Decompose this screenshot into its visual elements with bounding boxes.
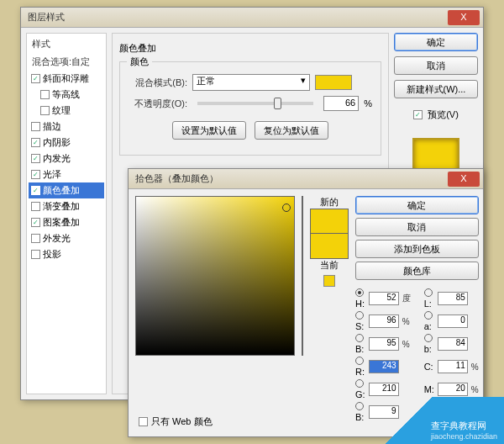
h-input[interactable]: 52 <box>369 292 399 305</box>
sidebar-item-label: 外发光 <box>43 232 71 245</box>
checkbox-icon[interactable] <box>40 106 50 115</box>
blend-mode-select[interactable]: 正常▾ <box>192 74 310 91</box>
checkbox-icon[interactable] <box>40 90 50 99</box>
sidebar-item-label: 光泽 <box>43 168 61 181</box>
new-color-swatch <box>310 209 349 234</box>
window-title: 拾色器（叠加颜色） <box>132 172 448 185</box>
opacity-label: 不透明度(O): <box>129 98 187 110</box>
color-libraries-button[interactable]: 颜色库 <box>355 262 479 280</box>
checkbox-icon[interactable] <box>139 417 148 426</box>
watermark-sub: jiaocheng.chazidian <box>431 432 497 441</box>
picker-buttons: 确定 取消 添加到色板 颜色库 <box>355 196 479 280</box>
warning-swatch[interactable] <box>323 275 335 287</box>
watermark: 查字典教程网 jiaocheng.chazidian <box>353 397 504 444</box>
sidebar-item-label: 图案叠加 <box>43 216 80 229</box>
picker-middle: 新的 当前 <box>310 196 349 430</box>
add-swatch-button[interactable]: 添加到色板 <box>355 240 479 258</box>
sidebar-item-drop-shadow[interactable]: 投影 <box>29 246 104 262</box>
b-input[interactable]: 84 <box>438 337 468 351</box>
radio-b[interactable]: b: <box>424 334 434 354</box>
checkbox-icon[interactable]: ✓ <box>31 154 40 163</box>
sidebar-header[interactable]: 样式 <box>29 35 104 53</box>
sidebar-item-gradient-overlay[interactable]: 渐变叠加 <box>29 198 104 214</box>
sidebar-item-color-overlay[interactable]: ✓颜色叠加 <box>29 182 104 198</box>
sidebar-item-contour[interactable]: 等高线 <box>29 87 104 103</box>
radio-h[interactable]: H: <box>355 288 365 309</box>
g-input[interactable]: 210 <box>369 383 399 396</box>
checkbox-icon[interactable]: ✓ <box>31 138 40 147</box>
panel-title: 颜色叠加 <box>119 40 381 56</box>
radio-s[interactable]: S: <box>355 311 365 331</box>
web-only-row[interactable]: 只有 Web 颜色 <box>139 415 213 428</box>
window-title: 图层样式 <box>24 11 448 24</box>
default-buttons-row: 设置为默认值 复位为默认值 <box>129 121 372 140</box>
blend-mode-label: 混合模式(B): <box>129 77 187 89</box>
checkbox-icon[interactable]: ✓ <box>31 218 40 227</box>
sidebar-item-bevel[interactable]: ✓斜面和浮雕 <box>29 71 104 87</box>
sidebar-item-stroke[interactable]: 描边 <box>29 119 104 135</box>
sidebar-item-label: 内发光 <box>43 152 71 165</box>
new-current-swatches: 新的 当前 <box>310 196 349 287</box>
blend-options-line[interactable]: 混合选项:自定 <box>29 53 104 71</box>
sidebar-item-label: 颜色叠加 <box>43 184 80 197</box>
c-input[interactable]: 11 <box>438 360 468 373</box>
label-m: M: <box>424 384 434 394</box>
chevron-down-icon: ▾ <box>301 75 306 86</box>
checkbox-icon[interactable]: ✓ <box>31 186 40 195</box>
cancel-button[interactable]: 取消 <box>355 218 479 236</box>
l-input[interactable]: 85 <box>438 292 468 305</box>
checkbox-icon[interactable]: ✓ <box>31 74 40 83</box>
saturation-value-field[interactable] <box>135 196 295 356</box>
checkbox-icon[interactable]: ✓ <box>31 170 40 179</box>
sidebar-item-inner-shadow[interactable]: ✓内阴影 <box>29 135 104 151</box>
ok-button[interactable]: 确定 <box>355 196 479 214</box>
sidebar-item-label: 渐变叠加 <box>43 200 80 213</box>
make-default-button[interactable]: 设置为默认值 <box>172 121 246 140</box>
r-input[interactable]: 243 <box>369 360 399 373</box>
sv-cursor-icon[interactable] <box>282 204 291 212</box>
label-c: C: <box>424 362 434 372</box>
hue-strip[interactable] <box>302 196 303 356</box>
sidebar-item-texture[interactable]: 纹理 <box>29 103 104 119</box>
web-only-label: 只有 Web 颜色 <box>151 415 213 428</box>
opacity-slider[interactable] <box>197 102 313 105</box>
titlebar[interactable]: 拾色器（叠加颜色） X <box>129 169 483 189</box>
current-label: 当前 <box>320 259 339 272</box>
radio-r[interactable]: R: <box>355 357 365 377</box>
new-style-button[interactable]: 新建样式(W)... <box>394 80 478 98</box>
close-icon[interactable]: X <box>448 10 480 25</box>
sidebar-item-pattern-overlay[interactable]: ✓图案叠加 <box>29 214 104 230</box>
bv-input[interactable]: 95 <box>369 337 399 351</box>
cancel-button[interactable]: 取消 <box>394 56 478 75</box>
radio-l[interactable]: L: <box>424 288 434 309</box>
radio-bv[interactable]: B: <box>355 334 365 354</box>
blend-mode-row: 混合模式(B): 正常▾ <box>129 74 372 91</box>
checkbox-icon[interactable] <box>31 250 40 259</box>
slider-thumb[interactable] <box>274 98 281 109</box>
titlebar[interactable]: 图层样式 X <box>21 8 483 28</box>
s-input[interactable]: 96 <box>369 314 399 328</box>
checkbox-icon[interactable] <box>31 234 40 243</box>
checkbox-icon[interactable] <box>31 202 40 211</box>
preview-toggle[interactable]: ✓预览(V) <box>394 108 478 121</box>
m-input[interactable]: 20 <box>438 383 468 396</box>
sidebar-item-label: 纹理 <box>52 104 71 117</box>
group-title: 颜色 <box>127 56 152 68</box>
reset-default-button[interactable]: 复位为默认值 <box>255 121 328 140</box>
preview-label: 预览(V) <box>428 108 459 121</box>
sidebar-item-satin[interactable]: ✓光泽 <box>29 166 104 182</box>
opacity-row: 不透明度(O): 66 % <box>129 96 372 111</box>
checkbox-icon[interactable]: ✓ <box>413 110 423 119</box>
radio-a[interactable]: a: <box>424 311 434 331</box>
overlay-color-swatch[interactable] <box>315 75 352 90</box>
sidebar-item-label: 投影 <box>43 248 61 261</box>
sidebar-item-outer-glow[interactable]: 外发光 <box>29 230 104 246</box>
current-color-swatch[interactable] <box>310 234 349 259</box>
checkbox-icon[interactable] <box>31 122 40 131</box>
close-icon[interactable]: X <box>448 172 480 187</box>
watermark-brand: 查字典教程网 <box>431 420 497 432</box>
ok-button[interactable]: 确定 <box>394 33 478 51</box>
opacity-value[interactable]: 66 <box>323 96 359 111</box>
sidebar-item-inner-glow[interactable]: ✓内发光 <box>29 151 104 166</box>
a-input[interactable]: 0 <box>438 314 468 328</box>
